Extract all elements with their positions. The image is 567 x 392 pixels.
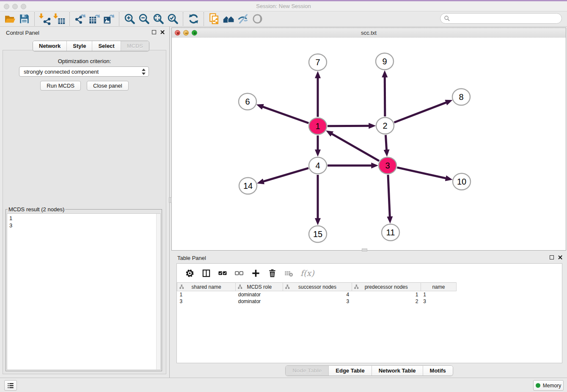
cell-name[interactable]: 3 (421, 298, 456, 305)
show-all-networks-button[interactable] (221, 12, 236, 26)
float-panel-icon[interactable] (550, 255, 554, 259)
column-header-successor-nodes[interactable]: successor nodes (283, 283, 352, 291)
zoom-selected-icon (167, 13, 179, 25)
run-mcds-button[interactable]: Run MCDS (40, 81, 81, 91)
two-houses-icon (223, 13, 235, 25)
function-builder-button[interactable]: f(x) (300, 268, 314, 278)
tab-edge-table[interactable]: Edge Table (328, 366, 371, 375)
cell-successor-nodes[interactable]: 3 (283, 298, 352, 305)
hierarchy-icon (179, 284, 184, 289)
table-row[interactable]: 1 dominator 4 1 1 (177, 291, 457, 298)
delete-column-button[interactable] (267, 268, 278, 279)
table-row[interactable]: 3 dominator 3 2 3 (177, 298, 457, 305)
graph-edge-2-3[interactable] (385, 135, 386, 150)
vertical-splitter-handle[interactable] (169, 197, 172, 203)
import-table-button[interactable] (52, 12, 66, 26)
export-table-button[interactable] (87, 12, 102, 26)
hide-eye-icon (237, 13, 249, 25)
open-session-button[interactable] (3, 12, 17, 26)
cell-mcds-role[interactable]: dominator (236, 298, 283, 305)
graph-edge-1-2[interactable] (328, 126, 369, 126)
deselect-all-button[interactable] (234, 268, 245, 279)
graph-node-label: 1 (315, 121, 320, 131)
graph-edge-3-1[interactable] (332, 134, 379, 161)
import-network-icon (39, 13, 51, 25)
export-image-button[interactable] (102, 12, 116, 26)
hide-selected-button[interactable] (236, 12, 250, 26)
copy-current-style-button[interactable] (207, 12, 221, 26)
task-history-button[interactable] (4, 380, 17, 391)
criterion-select[interactable]: strongly connected component (19, 66, 149, 77)
zoom-out-icon (138, 13, 150, 25)
select-all-button[interactable] (217, 268, 228, 279)
tab-network[interactable]: Network (33, 41, 66, 51)
zoom-fit-icon (152, 13, 165, 25)
close-panel-button[interactable]: Close panel (87, 81, 129, 91)
close-panel-icon[interactable] (558, 255, 563, 260)
refresh-layout-button[interactable] (186, 12, 201, 26)
control-panel-tabs: Network Style Select MCDS (33, 41, 149, 51)
hierarchy-icon (354, 284, 359, 289)
graph-edge-2-8[interactable] (394, 102, 446, 122)
network-graph[interactable]: 1234678910111415 (172, 38, 566, 250)
table-settings-button[interactable] (184, 268, 195, 279)
network-canvas[interactable]: 1234678910111415 (172, 38, 566, 250)
export-network-button[interactable] (73, 12, 87, 26)
graph-edge-4-14[interactable] (263, 168, 308, 182)
graph-edge-3-11[interactable] (388, 175, 390, 217)
save-session-button[interactable] (17, 12, 31, 26)
search-input[interactable] (450, 15, 553, 22)
tab-select[interactable]: Select (92, 41, 120, 51)
toolbar-separator (119, 12, 119, 26)
delete-table-button[interactable] (283, 268, 294, 279)
copy-style-icon (208, 13, 220, 25)
result-scrollbar[interactable] (156, 214, 160, 370)
graph-edge-2-9[interactable] (385, 77, 385, 116)
column-header-mcds-role[interactable]: MCDS role (236, 283, 283, 291)
graph-edge-3-10[interactable] (397, 168, 446, 178)
hierarchy-icon (238, 284, 242, 289)
memory-button[interactable]: Memory (533, 380, 564, 391)
add-column-button[interactable] (250, 268, 261, 279)
tab-node-table[interactable]: Node Table (286, 366, 328, 375)
toggle-panels-button[interactable] (201, 268, 212, 279)
trash-icon (267, 268, 277, 278)
zoom-in-button[interactable] (122, 12, 137, 26)
horizontal-splitter-handle[interactable] (362, 248, 367, 251)
combo-spinner-icon (141, 68, 146, 75)
zoom-selected-button[interactable] (165, 12, 180, 26)
mcds-result-area[interactable]: 1 3 (7, 213, 161, 370)
open-folder-icon (4, 13, 16, 25)
column-header-name[interactable]: name (421, 283, 456, 291)
cell-successor-nodes[interactable]: 4 (283, 291, 352, 298)
os-titlebar: Session: New Session (0, 1, 567, 11)
zoom-out-button[interactable] (137, 12, 151, 26)
import-network-button[interactable] (38, 12, 52, 26)
network-window-titlebar[interactable]: scc.txt (172, 28, 566, 38)
graph-edge-1-6[interactable] (263, 107, 308, 123)
column-header-shared-name[interactable]: shared name (177, 283, 236, 291)
table-header-row: shared name MCDS role successor nodes pr… (177, 283, 457, 291)
search-box[interactable] (440, 13, 562, 24)
tab-style[interactable]: Style (66, 41, 92, 51)
close-panel-icon[interactable] (160, 30, 165, 35)
float-panel-icon[interactable] (152, 30, 156, 34)
tab-network-table[interactable]: Network Table (372, 366, 423, 375)
graph-node-label: 6 (245, 97, 250, 106)
toolbar-separator (204, 12, 204, 26)
column-header-predecessor-nodes[interactable]: predecessor nodes (352, 283, 421, 291)
network-view-window: scc.txt 1234678910111415 (171, 28, 566, 251)
graph-node-label: 8 (459, 92, 463, 102)
cell-shared-name[interactable]: 1 (177, 291, 236, 298)
cell-mcds-role[interactable]: dominator (236, 291, 283, 298)
columns-icon (201, 268, 211, 278)
cell-shared-name[interactable]: 3 (177, 298, 236, 305)
cell-predecessor-nodes[interactable]: 2 (352, 298, 421, 305)
cell-name[interactable]: 1 (421, 291, 456, 298)
tab-mcds[interactable]: MCDS (121, 41, 149, 51)
zoom-fit-button[interactable] (151, 12, 165, 26)
show-selected-button[interactable] (250, 12, 264, 26)
import-table-icon (53, 13, 66, 25)
tab-motifs[interactable]: Motifs (423, 366, 453, 375)
cell-predecessor-nodes[interactable]: 1 (352, 291, 421, 298)
